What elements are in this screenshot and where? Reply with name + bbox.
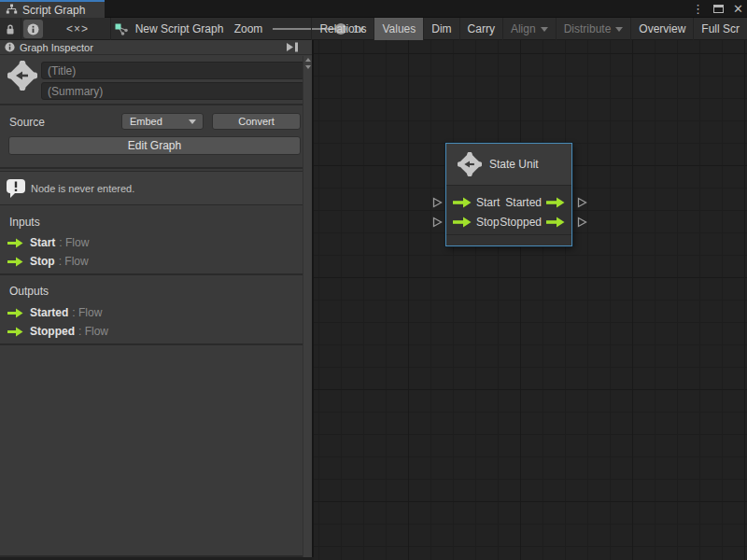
warning-box: Node is never entered.: [0, 171, 303, 205]
node-port-row: Start Started: [446, 192, 571, 212]
convert-button[interactable]: Convert: [212, 113, 301, 130]
toolbar-button-overview[interactable]: Overview: [630, 18, 693, 40]
node-port-row: Stop Stopped: [446, 212, 571, 231]
more-menu-icon[interactable]: ⋮: [692, 0, 704, 18]
toolbar-button-carry[interactable]: Carry: [459, 18, 502, 40]
toolbar-toggles: Relations Values Dim Carry Align Distrib…: [311, 18, 747, 40]
code-icon: <×>: [66, 22, 89, 35]
graph-summary-input[interactable]: [41, 82, 304, 100]
toolbar-button-distribute[interactable]: Distribute: [556, 18, 631, 40]
node-output-started[interactable]: Started: [505, 196, 565, 209]
toolbar-button-values[interactable]: Values: [374, 18, 423, 40]
flow-arrow-icon: [7, 257, 23, 267]
editor-content: Graph Inspector Source Embed Convert: [0, 40, 747, 560]
new-script-graph-button[interactable]: New Script Graph: [114, 18, 224, 40]
source-dropdown[interactable]: Embed: [121, 113, 204, 130]
node-input-stop[interactable]: Stop: [453, 216, 500, 229]
graph-toolbar: <×> New Script Graph Zoom 1x Relations V…: [0, 18, 747, 40]
node-footer: [446, 234, 571, 245]
code-view-button[interactable]: <×>: [46, 18, 109, 40]
node-title: State Unit: [489, 158, 539, 171]
node-header[interactable]: State Unit: [446, 144, 571, 186]
chevron-down-icon: [541, 27, 548, 32]
chevron-down-icon: [189, 119, 196, 124]
graph-canvas[interactable]: State Unit Start Started: [314, 40, 747, 560]
toolbar-button-dim[interactable]: Dim: [423, 18, 458, 40]
source-label: Source: [9, 116, 45, 129]
state-graph-icon: [7, 61, 37, 91]
connect-hint-icon[interactable]: [577, 197, 587, 208]
inspector-header: Graph Inspector: [0, 40, 312, 55]
connect-hint-icon[interactable]: [577, 217, 587, 228]
close-icon[interactable]: ✕: [733, 0, 743, 18]
output-port-stopped: Stopped : Flow: [7, 322, 108, 341]
flow-arrow-icon: [7, 238, 23, 248]
node-input-start[interactable]: Start: [453, 196, 500, 209]
chevron-down-icon: [615, 27, 623, 32]
state-unit-node[interactable]: State Unit Start Started: [445, 143, 572, 246]
outputs-header: Outputs: [9, 285, 49, 298]
output-port-started: Started : Flow: [7, 303, 102, 322]
info-icon: [27, 23, 39, 35]
node-output-stopped[interactable]: Stopped: [500, 216, 565, 229]
edit-graph-button[interactable]: Edit Graph: [8, 136, 301, 155]
hierarchy-icon: [6, 2, 18, 19]
graph-inspector-panel: Graph Inspector Source Embed Convert: [0, 40, 314, 557]
flow-arrow-icon: [546, 197, 565, 208]
tab-script-graph[interactable]: Script Graph: [0, 0, 105, 18]
lock-icon: [5, 23, 16, 35]
info-icon: [5, 42, 15, 52]
inputs-header: Inputs: [9, 216, 40, 229]
graph-asset-icon: [115, 23, 129, 35]
flow-arrow-icon: [453, 217, 472, 228]
inspector-scrollbar[interactable]: [303, 56, 312, 557]
connect-hint-icon[interactable]: [432, 217, 443, 228]
scroll-down-icon[interactable]: [303, 63, 313, 71]
graph-title-input[interactable]: [41, 62, 304, 79]
warning-text: Node is never entered.: [31, 183, 134, 194]
inspector-title: Graph Inspector: [20, 42, 281, 53]
input-port-start: Start : Flow: [7, 233, 89, 252]
warning-bubble-icon: [5, 177, 27, 200]
toolbar-button-align[interactable]: Align: [502, 18, 556, 40]
flow-arrow-icon: [453, 197, 472, 208]
flow-arrow-icon: [7, 327, 23, 337]
maximize-icon[interactable]: [713, 5, 724, 13]
source-dropdown-value: Embed: [130, 116, 162, 127]
lock-button[interactable]: [0, 18, 21, 40]
state-unit-icon: [458, 152, 482, 176]
input-port-stop: Stop : Flow: [7, 252, 89, 271]
scroll-up-icon[interactable]: [303, 56, 313, 63]
flow-arrow-icon: [546, 217, 565, 228]
connect-hint-icon[interactable]: [432, 197, 443, 208]
window-tab-bar: Script Graph ⋮ ✕: [0, 0, 747, 18]
zoom-label: Zoom: [232, 18, 265, 40]
toolbar-button-relations[interactable]: Relations: [311, 18, 374, 40]
new-graph-label: New Script Graph: [135, 22, 224, 35]
toolbar-button-fullscreen[interactable]: Full Scr: [693, 18, 747, 40]
tab-label: Script Graph: [22, 4, 85, 17]
dock-panel-icon[interactable]: [286, 42, 299, 52]
info-toggle-button[interactable]: [23, 20, 43, 38]
flow-arrow-icon: [7, 308, 23, 318]
